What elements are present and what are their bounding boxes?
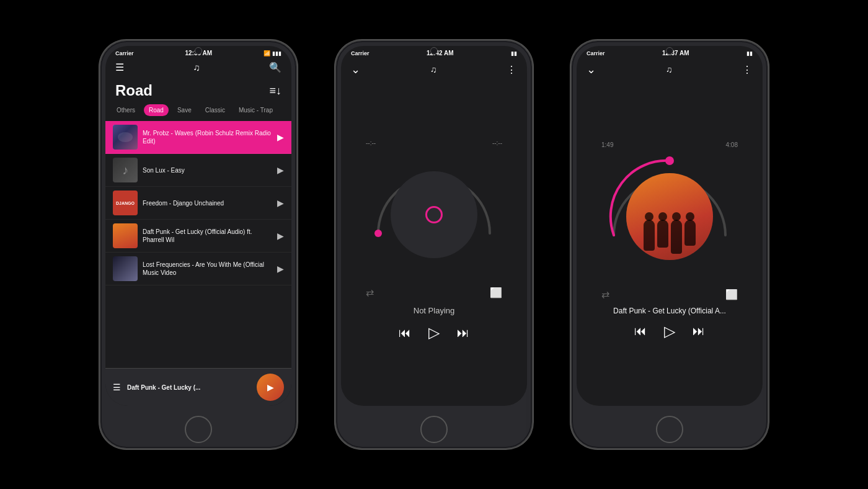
repeat-icon[interactable]: ⬜	[490, 287, 502, 298]
sonlux-icon: ♪	[122, 163, 128, 177]
shuffle-icon[interactable]: ⇄	[601, 289, 609, 300]
list-item[interactable]: Lost Frequencies - Are You With Me (Offi…	[105, 253, 291, 285]
app-title-icon: ♫	[666, 65, 673, 74]
carrier-label: Carrier	[351, 50, 370, 56]
mini-player-thumb[interactable]: ▶	[257, 374, 284, 401]
django-label: DJANGO	[116, 201, 135, 205]
song-thumb-lostfreq	[113, 256, 138, 281]
playback-buttons-3: ⏮ ▷ ⏭	[634, 318, 705, 348]
phone-2: Carrier 12:42 AM ▮▮ ⌄ ♫ ⋮ --:-- --:--	[335, 40, 533, 449]
playback-buttons-2: ⏮ ▷ ⏭	[399, 319, 469, 349]
tab-others[interactable]: Others	[112, 104, 140, 116]
song-thumb-daftpunk	[113, 223, 138, 248]
phone-1-screen: Carrier 12:35 AM 📶 ▮▮▮ ☰ ♫ 🔍 Road ≡↓ Oth…	[105, 46, 291, 406]
time-label: 12:35 AM	[185, 50, 212, 56]
player-controls-row-3: ⇄ ⬜	[601, 285, 738, 304]
skip-back-button[interactable]: ⏮	[399, 326, 411, 340]
tab-music-trap[interactable]: Music - Trap	[234, 104, 278, 116]
more-options-icon[interactable]: ⋮	[507, 64, 517, 76]
battery-label: ▮▮	[746, 50, 753, 56]
chevron-down-icon[interactable]: ⌄	[587, 63, 596, 76]
tab-classic[interactable]: Classic	[200, 104, 230, 116]
song-info: Lost Frequencies - Are You With Me (Offi…	[143, 261, 272, 277]
play-button[interactable]: ▶	[277, 264, 284, 274]
skip-back-button[interactable]: ⏮	[634, 324, 647, 338]
person-silhouette	[684, 220, 696, 246]
svg-point-1	[665, 156, 674, 165]
song-info: Daft Punk - Get Lucky (Official Audio) f…	[143, 228, 272, 244]
song-info: Son Lux - Easy	[143, 166, 272, 174]
list-item[interactable]: Daft Punk - Get Lucky (Official Audio) f…	[105, 220, 291, 253]
song-thumb-sonlux: ♪	[113, 158, 138, 182]
svg-point-0	[374, 230, 382, 237]
carrier-label: Carrier	[115, 50, 134, 56]
menu-icon[interactable]: ☰	[115, 61, 124, 73]
battery-label: ▮▮	[511, 50, 517, 56]
list-item[interactable]: ♪ Son Lux - Easy ▶	[105, 154, 291, 187]
time-total: 4:08	[726, 141, 738, 148]
list-item[interactable]: Mr. Probz - Waves (Robin Schulz Remix Ra…	[105, 121, 291, 154]
repeat-icon[interactable]: ⬜	[725, 289, 738, 300]
home-button[interactable]	[656, 416, 683, 443]
disc-center-hole	[425, 206, 443, 223]
play-button[interactable]: ▶	[277, 231, 284, 241]
disc-center-hole	[626, 173, 640, 187]
playlist-name: Road	[115, 82, 153, 99]
time-elapsed: 1:49	[601, 141, 613, 148]
time-elapsed: --:--	[366, 140, 376, 146]
player-header-2: ⌄ ♫ ⋮	[341, 59, 527, 79]
home-button[interactable]	[420, 416, 448, 443]
play-button[interactable]: ▶	[277, 132, 284, 142]
play-button[interactable]: ▷	[664, 323, 675, 340]
skip-forward-button[interactable]: ⏭	[693, 324, 705, 338]
list-item[interactable]: DJANGO Freedom - Django Unchained ▶	[105, 187, 291, 220]
battery-icon: ▮▮	[511, 50, 517, 56]
status-bar-2: Carrier 12:42 AM ▮▮	[341, 46, 527, 59]
phone-2-screen: Carrier 12:42 AM ▮▮ ⌄ ♫ ⋮ --:-- --:--	[341, 46, 527, 406]
status-bar-3: Carrier 12:37 AM ▮▮	[577, 46, 763, 59]
app-title-icon: ♫	[193, 62, 200, 73]
waves-thumbnail	[113, 125, 138, 150]
player-controls-row-2: ⇄ ⬜	[366, 283, 502, 302]
player-disc-area-3: 1:49 4:08	[577, 79, 763, 406]
lostfreq-thumbnail	[113, 256, 138, 281]
tabs-bar: Others Road Save Classic Music - Trap	[105, 104, 291, 121]
phone-3-screen: Carrier 12:37 AM ▮▮ ⌄ ♫ ⋮ 1:49 4:08	[577, 46, 763, 406]
song-info: Mr. Probz - Waves (Robin Schulz Remix Ra…	[143, 129, 272, 145]
player-disc-area-2: --:-- --:-- ⇄ ⬜	[341, 79, 527, 406]
silhouette-group	[626, 220, 713, 254]
skip-forward-button[interactable]: ⏭	[457, 326, 469, 340]
battery-label: 📶 ▮▮▮	[264, 50, 281, 56]
play-button[interactable]: ▶	[277, 165, 284, 175]
playlist-header: ☰ ♫ 🔍	[105, 59, 291, 78]
tab-save[interactable]: Save	[172, 104, 197, 116]
time-total: --:--	[492, 140, 502, 146]
home-button[interactable]	[185, 416, 212, 443]
time-display-2: --:-- --:--	[366, 140, 502, 146]
song-thumb-waves	[113, 125, 138, 150]
player-header-3: ⌄ ♫ ⋮	[577, 59, 763, 79]
tab-road[interactable]: Road	[144, 104, 169, 116]
battery-icon: ▮▮	[746, 50, 753, 56]
play-button[interactable]: ▷	[428, 324, 440, 341]
disc-center-3	[626, 173, 713, 260]
shuffle-icon[interactable]: ⇄	[366, 287, 374, 298]
mini-menu-icon[interactable]: ☰	[113, 382, 121, 392]
song-name: Mr. Probz - Waves (Robin Schulz Remix Ra…	[143, 129, 272, 145]
time-label: 12:42 AM	[427, 50, 454, 56]
mini-player[interactable]: ☰ Daft Punk - Get Lucky (... ▶	[105, 368, 291, 406]
search-icon[interactable]: 🔍	[269, 61, 281, 73]
time-label: 12:37 AM	[662, 50, 689, 56]
chevron-down-icon[interactable]: ⌄	[351, 63, 360, 76]
mini-player-song-name: Daft Punk - Get Lucky (...	[127, 384, 257, 392]
app-title-icon: ♫	[430, 65, 437, 74]
mini-play-icon: ▶	[267, 382, 274, 392]
status-bar-1: Carrier 12:35 AM 📶 ▮▮▮	[105, 46, 291, 59]
daftpunk-thumbnail	[113, 223, 138, 248]
carrier-label: Carrier	[587, 50, 605, 56]
disc-center-2	[391, 171, 477, 258]
sort-icon[interactable]: ≡↓	[269, 84, 281, 97]
more-options-icon[interactable]: ⋮	[742, 64, 753, 76]
song-name: Freedom - Django Unchained	[143, 199, 272, 207]
play-button[interactable]: ▶	[277, 198, 284, 208]
